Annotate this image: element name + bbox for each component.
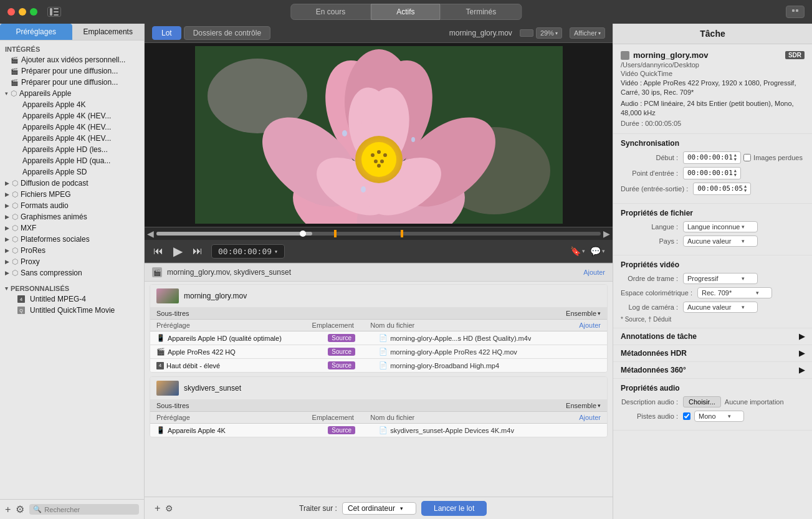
section-integres: INTÉGRÉS	[0, 43, 144, 54]
batch-filenames: morning_glory.mov, skydivers_sunset	[167, 268, 578, 277]
skip-forward-button[interactable]: ⏭	[191, 244, 204, 258]
audio-props-title: Propriétés audio	[621, 384, 805, 393]
images-perdues-checkbox[interactable]	[743, 154, 751, 161]
close-button[interactable]	[7, 8, 15, 16]
sidebar-group-audio[interactable]: ▶ ⬡ Formats audio	[0, 200, 144, 211]
time-stepper-2[interactable]: ▲ ▼	[734, 169, 737, 178]
tab-en-cours[interactable]: En cours	[290, 4, 371, 20]
timecode-display: 00:00:00:09 ▾	[211, 244, 285, 259]
speech-bubble-button[interactable]: 💬▾	[590, 246, 605, 256]
batch-item-title-2: skydivers_sunset	[184, 384, 241, 393]
chevron-right-icon: ▶	[5, 259, 9, 265]
sidebar-group-appareils-apple[interactable]: ▾ ⬡ Appareils Apple	[0, 88, 144, 99]
sidebar-item-preparer2[interactable]: 🎬 Préparer pour une diffusion...	[0, 77, 144, 88]
sidebar-item-apple-sd[interactable]: Appareils Apple SD	[0, 166, 144, 178]
col-preset-header-2: Préréglage	[156, 414, 295, 421]
tab-actifs[interactable]: Actifs	[371, 4, 440, 20]
file-icon: 🎬	[10, 67, 19, 75]
chevron-down-icon: ▾	[742, 275, 745, 282]
sidebar-group-proxy[interactable]: ▶ ⬡ Proxy	[0, 256, 144, 267]
sidebar-toggle-button[interactable]	[47, 7, 61, 17]
timeline-start-icon[interactable]: ◀	[147, 229, 154, 239]
file-icon: 🎬	[10, 78, 19, 87]
add-preset-button[interactable]: +	[5, 504, 11, 515]
sync-point-entree-value[interactable]: 00:00:00:01 ▲ ▼	[683, 167, 741, 179]
afficher-button[interactable]: Afficher ▾	[570, 27, 605, 39]
threesixty-header[interactable]: Métadonnées 360° ▶	[613, 362, 812, 378]
svg-point-27	[377, 164, 381, 168]
batch-add-button[interactable]: Ajouter	[583, 269, 605, 276]
sidebar-item-ajouter[interactable]: 🎬 Ajouter aux vidéos personnell...	[0, 54, 144, 65]
pill-lot[interactable]: Lot	[152, 26, 181, 40]
sidebar-group-podcast[interactable]: ▶ ⬡ Diffusion de podcast	[0, 178, 144, 189]
timeline-end-icon[interactable]: ▶	[603, 229, 610, 239]
sidebar-group-prores[interactable]: ▶ ⬡ ProRes	[0, 245, 144, 256]
sidebar-item-apple-hd-les[interactable]: Appareils Apple HD (les...	[0, 144, 144, 155]
timeline-thumb[interactable]	[300, 231, 306, 237]
computer-select[interactable]: Cet ordinateur ▾	[342, 502, 416, 515]
minimize-button[interactable]	[19, 8, 26, 16]
sidebar-item-preparer1[interactable]: 🎬 Préparer pour une diffusion...	[0, 65, 144, 77]
pistes-checkbox[interactable]	[683, 412, 690, 420]
pays-select[interactable]: Aucune valeur ▾	[683, 236, 758, 247]
bookmark-button[interactable]: 🔖▾	[570, 246, 585, 256]
timeline[interactable]: ◀ ▶	[145, 227, 613, 240]
sidebar-group-mpeg[interactable]: ▶ ⬡ Fichiers MPEG	[0, 189, 144, 200]
ensemble-button-2[interactable]: Ensemble ▾	[566, 402, 601, 409]
sidebar-group-graphismes[interactable]: ▶ ⬡ Graphismes animés	[0, 211, 144, 222]
langue-label: Langue :	[621, 223, 683, 231]
add-row-button-1[interactable]: Ajouter	[579, 321, 601, 329]
source-badge-1-2: Source	[328, 348, 355, 356]
run-batch-button[interactable]: Lancer le lot	[421, 501, 487, 516]
batch-subtitles-header-2: Sous-titres Ensemble ▾	[150, 400, 607, 412]
log-camera-select[interactable]: Aucune valeur ▾	[683, 302, 758, 313]
threesixty-section: Métadonnées 360° ▶	[613, 362, 812, 379]
pistes-select[interactable]: Mono ▾	[694, 411, 744, 422]
pill-dossiers[interactable]: Dossiers de contrôle	[184, 26, 270, 40]
preset-label-1-3: Haut débit - élevé	[166, 362, 220, 369]
sidebar-tab-emplacements[interactable]: Emplacements	[72, 24, 145, 40]
time-stepper[interactable]: ▲ ▼	[734, 153, 737, 162]
choisir-button[interactable]: Choisir...	[683, 396, 721, 407]
tab-termines[interactable]: Terminés	[441, 4, 522, 20]
settings-batch-button[interactable]: ⚙	[165, 503, 173, 513]
sidebar-item-apple4k-hev2[interactable]: Appareils Apple 4K (HEV...	[0, 121, 144, 133]
batch-row-1-1: 📱 Appareils Apple HD (qualité optimale) …	[150, 331, 607, 345]
annotations-header[interactable]: Annotations de tâche ▶	[613, 328, 812, 345]
sidebar-item-apple4k[interactable]: Appareils Apple 4K	[0, 99, 144, 110]
sidebar-item-apple4k-hev3[interactable]: Appareils Apple 4K (HEV...	[0, 133, 144, 144]
sidebar-item-mpeg4[interactable]: 4 Untitled MPEG-4	[0, 293, 144, 305]
sidebar-group-plateformes[interactable]: ▶ ⬡ Plateformes sociales	[0, 234, 144, 245]
timeline-track[interactable]	[156, 232, 601, 236]
sidebar-item-apple4k-hev1[interactable]: Appareils Apple 4K (HEV...	[0, 110, 144, 121]
add-row-button-2[interactable]: Ajouter	[579, 414, 601, 421]
sync-debut-value[interactable]: 00:00:00:01 ▲ ▼	[683, 151, 741, 164]
sidebar-tab-prereglages[interactable]: Préréglages	[0, 24, 72, 40]
settings-button[interactable]: ⚙	[16, 503, 24, 515]
time-stepper-3[interactable]: ▲ ▼	[744, 184, 747, 193]
search-input[interactable]	[44, 506, 135, 513]
sync-duree-value[interactable]: 00:00:05:05 ▲ ▼	[693, 183, 751, 195]
col-file-header: Nom du fichier	[370, 321, 579, 329]
play-button[interactable]: ▶	[172, 242, 184, 260]
svg-rect-3	[54, 14, 59, 16]
sidebar-item-apple-hd-qua[interactable]: Appareils Apple HD (qua...	[0, 155, 144, 166]
ordre-trame-select[interactable]: Progressif ▾	[683, 273, 758, 284]
add-batch-button[interactable]: +	[155, 503, 160, 514]
sidebar-group-sans-compression[interactable]: ▶ ⬡ Sans compression	[0, 267, 144, 279]
hdr-header[interactable]: Métadonnées HDR ▶	[613, 345, 812, 361]
sidebar-item-quicktime[interactable]: Q Untitled QuickTime Movie	[0, 305, 144, 316]
fullscreen-button[interactable]	[30, 8, 37, 16]
share-button[interactable]	[786, 6, 805, 18]
batch-row-2-1: 📱 Appareils Apple 4K Source 📄 skydivers_…	[150, 424, 607, 437]
sidebar-group-mxf[interactable]: ▶ ⬡ MXF	[0, 222, 144, 234]
espace-select[interactable]: Rec. 709* ▾	[697, 287, 772, 298]
zoom-selector[interactable]: 29% ▾	[536, 27, 562, 39]
ensemble-button-1[interactable]: Ensemble ▾	[566, 310, 601, 317]
skip-back-button[interactable]: ⏮	[152, 244, 165, 258]
plateformes-icon: ⬡	[12, 235, 18, 244]
chevron-right-icon: ▶	[5, 236, 9, 242]
task-path: /Users/dannyrico/Desktop	[621, 61, 805, 69]
log-camera-label: Log de caméra :	[621, 303, 683, 311]
langue-select[interactable]: Langue inconnue ▾	[683, 221, 758, 232]
